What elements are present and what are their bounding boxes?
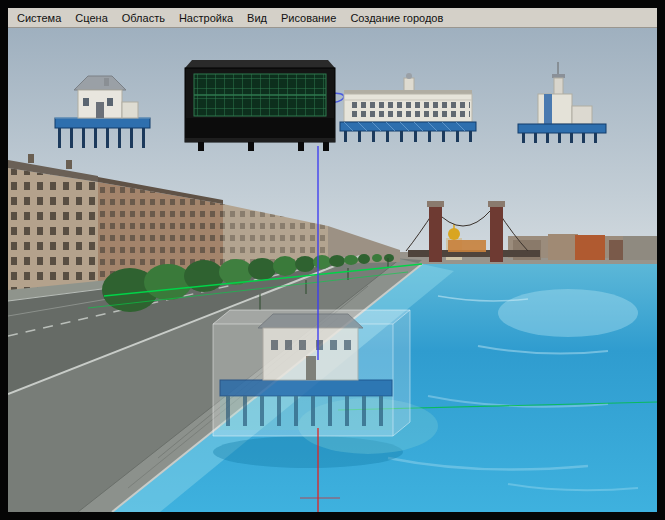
menu-item-drawing[interactable]: Рисование [274,10,343,26]
menu-item-settings[interactable]: Настройка [172,10,240,26]
menu-item-view[interactable]: Вид [240,10,274,26]
menu-item-region[interactable]: Область [115,10,172,26]
window-frame: Система Сцена Область Настройка Вид Рисо… [0,0,665,520]
menu-item-system[interactable]: Система [10,10,68,26]
viewport-3d[interactable] [8,28,657,512]
ghost-building[interactable] [213,310,438,468]
menu-item-city-creation[interactable]: Создание городов [343,10,450,26]
menu-item-scene[interactable]: Сцена [68,10,114,26]
menu-bar: Система Сцена Область Настройка Вид Рисо… [8,8,657,28]
palette-model-dark-panel-building[interactable] [185,60,335,151]
app-window: Система Сцена Область Настройка Вид Рисо… [8,8,657,512]
